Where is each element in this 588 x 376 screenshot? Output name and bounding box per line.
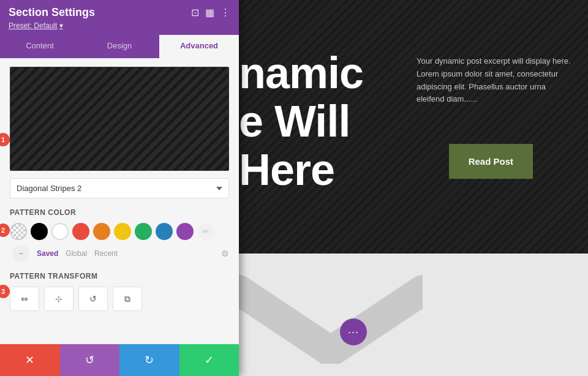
panel-tabs: Content Design Advanced (0, 35, 239, 58)
chevron-icon (239, 254, 423, 364)
hero-line-3: Here (239, 146, 363, 194)
panel-title-row: Section Settings ⊡ ▦ ⋮ (9, 6, 230, 21)
more-colors-button[interactable]: ··· (12, 245, 29, 262)
preset-tabs-row: ··· Saved Global Recent ⚙ (10, 245, 229, 262)
hero-line-2: e Will (239, 97, 363, 146)
delete-icon: ✕ (25, 353, 34, 367)
color-white[interactable] (51, 223, 69, 240)
pattern-color-section: Pattern Color ✏ ··· Saved (10, 208, 229, 262)
tab-content[interactable]: Content (0, 35, 80, 58)
hero-line-1: namic (239, 49, 363, 97)
pattern-preview (10, 67, 229, 171)
color-yellow[interactable] (114, 223, 131, 240)
save-icon: ✓ (205, 353, 214, 367)
read-post-button[interactable]: Read Post (449, 144, 533, 179)
color-transparent[interactable] (10, 223, 27, 240)
transform-rotate-button[interactable]: ↺ (78, 287, 108, 311)
transform-copy-button[interactable]: ⧉ (113, 287, 142, 311)
excerpt-text: Your dynamic post excerpt will display h… (417, 55, 576, 106)
transform-flip-h-button[interactable]: ⇔ (10, 287, 39, 311)
redo-button[interactable]: ↻ (119, 344, 179, 376)
reset-icon: ↺ (85, 353, 94, 367)
panel-body: Diagonal Stripes 2 Pattern Color ✏ (0, 58, 239, 344)
excerpt-box: Your dynamic post excerpt will display h… (417, 55, 576, 106)
focus-icon[interactable]: ⊡ (191, 7, 199, 18)
dots-icon: ··· (348, 326, 359, 339)
rotate-icon: ↺ (89, 294, 97, 304)
hero-text: namic e Will Here (239, 49, 363, 195)
more-icon[interactable]: ⋮ (221, 7, 230, 18)
tab-advanced[interactable]: Advanced (159, 35, 239, 58)
panel-header: Section Settings ⊡ ▦ ⋮ Preset: Default ▾ (0, 0, 239, 35)
color-black[interactable] (31, 223, 48, 240)
floating-menu-button[interactable]: ··· (340, 318, 367, 345)
preset-selector[interactable]: Preset: Default ▾ (9, 21, 230, 35)
color-green[interactable] (135, 223, 152, 240)
reset-button[interactable]: ↺ (60, 344, 120, 376)
pen-icon: ✏ (203, 227, 209, 236)
flip-h-icon: ⇔ (21, 294, 28, 304)
color-purple[interactable] (176, 223, 194, 240)
panel-title: Section Settings (9, 6, 95, 19)
pattern-color-label: Pattern Color (10, 208, 229, 217)
tab-design[interactable]: Design (80, 35, 159, 58)
transform-buttons-row: ⇔ ⊹ ↺ ⧉ (10, 287, 229, 311)
redo-icon: ↻ (145, 353, 154, 367)
preset-tab-recent[interactable]: Recent (94, 249, 118, 258)
preset-tab-saved[interactable]: Saved (37, 249, 58, 258)
pattern-dropdown-container: Diagonal Stripes 2 (10, 178, 229, 198)
custom-color-picker[interactable]: ✏ (197, 223, 214, 240)
pattern-select[interactable]: Diagonal Stripes 2 (10, 178, 229, 198)
delete-button[interactable]: ✕ (0, 344, 60, 376)
center-icon: ⊹ (55, 294, 62, 304)
pattern-transform-section: Pattern Transform ⇔ ⊹ ↺ ⧉ (10, 272, 229, 311)
panel-title-icons: ⊡ ▦ ⋮ (191, 7, 230, 18)
color-orange[interactable] (93, 223, 110, 240)
preset-settings-icon[interactable]: ⚙ (221, 249, 229, 258)
settings-panel: 1 2 3 Section Settings ⊡ ▦ ⋮ Preset: Def… (0, 0, 239, 376)
pattern-transform-label: Pattern Transform (10, 272, 229, 280)
copy-icon: ⧉ (124, 294, 130, 304)
bottom-chevron-area (239, 254, 588, 376)
columns-icon[interactable]: ▦ (205, 7, 214, 18)
color-red[interactable] (72, 223, 89, 240)
color-swatches-row: ✏ (10, 223, 229, 240)
preset-tab-global[interactable]: Global (66, 249, 87, 258)
ellipsis-icon: ··· (19, 250, 23, 257)
save-button[interactable]: ✓ (179, 344, 239, 376)
color-blue[interactable] (156, 223, 173, 240)
transform-center-button[interactable]: ⊹ (44, 287, 74, 311)
action-bar: ✕ ↺ ↻ ✓ (0, 344, 239, 376)
